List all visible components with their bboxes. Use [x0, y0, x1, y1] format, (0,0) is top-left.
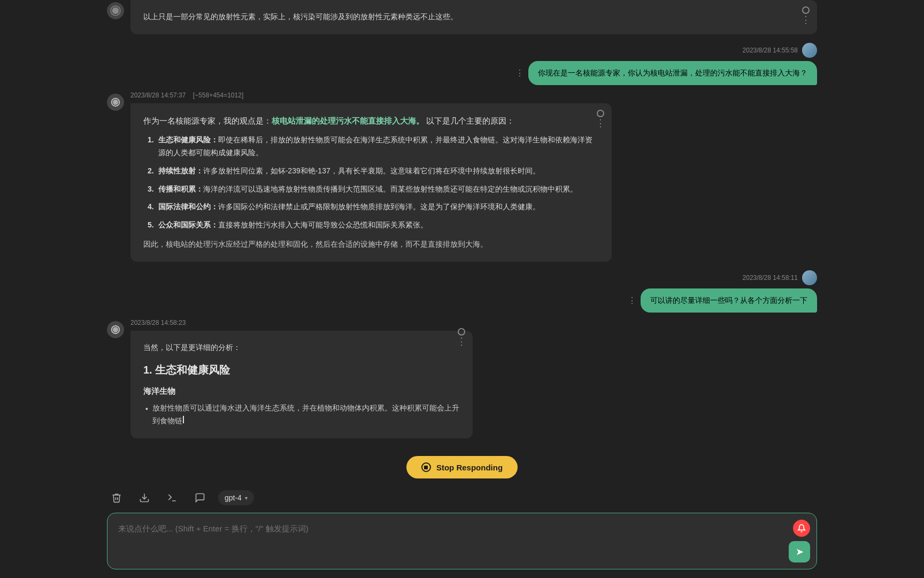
three-dots-1[interactable]: ⋮ [596, 118, 605, 128]
user-avatar-1 [802, 43, 817, 58]
ai-top-content: 以上只是一部分常见的放射性元素，实际上，核污染可能涉及到的放射性元素种类远不止这… [130, 0, 817, 34]
ai-avatar-2 [107, 321, 124, 338]
ai-main-text-1: 作为一名核能源专家，我的观点是：核电站泄漏的处理污水不能直接排入大海。 以下是几… [143, 114, 599, 128]
user-message-2: 2023/8/28 14:58:11 ⋮ 可以讲的尽量详细一些吗？从各个方面分析… [107, 270, 817, 313]
circle-indicator-1 [597, 110, 604, 117]
input-area: ➤ [107, 513, 817, 569]
ai-bubble-2: 当然，以下是更详细的分析： 1. 生态和健康风险 海洋生物 • 放射性物质可以通… [130, 331, 473, 438]
user-avatar-2 [802, 270, 817, 285]
list-item-2: 2. 持续性放射：许多放射性同位素，如钚-239和铯-137，具有长半衰期。这意… [143, 165, 599, 178]
list-item-1: 1. 生态和健康风险：即使在稀释后，排放的放射性物质可能会在海洋生态系统中积累，… [143, 134, 599, 159]
ai-avatar-top [107, 2, 124, 19]
user-bubble-1: 你现在是一名核能源专家，你认为核电站泄漏，处理的污水能不能直接排入大海？ [528, 61, 817, 85]
chat-input[interactable] [107, 513, 817, 567]
send-icon: ➤ [796, 546, 804, 558]
export-button[interactable] [135, 488, 154, 507]
ai-bubble-top: 以上只是一部分常见的放射性元素，实际上，核污染可能涉及到的放射性元素种类远不止这… [130, 0, 817, 34]
circle-indicator [802, 6, 810, 14]
chat-icon-button[interactable] [190, 488, 210, 507]
chevron-down-icon: ▾ [245, 495, 248, 501]
ai-intro-2: 当然，以下是更详细的分析： [143, 341, 460, 354]
ai-content-1: 2023/8/28 14:57:37 [~558+454=1012] 作为一名核… [130, 92, 817, 262]
stop-btn-label: Stop Responding [436, 463, 503, 472]
conclusion-1: 因此，核电站的处理污水应经过严格的处理和固化，然后在合适的设施中存储，而不是直接… [143, 238, 599, 251]
ai-message-1-wrap: 2023/8/28 14:57:37 [~558+454=1012] 作为一名核… [107, 92, 817, 262]
ai-bubble-1: 作为一名核能源专家，我的观点是：核电站泄漏的处理污水不能直接排入大海。 以下是几… [130, 103, 612, 262]
ai-message-2-wrap: 2023/8/28 14:58:23 当然，以下是更详细的分析： 1. 生态和健… [107, 319, 817, 438]
model-label: gpt-4 [225, 493, 242, 502]
ai-timestamp-2: 2023/8/28 14:58:23 [130, 319, 817, 326]
cursor [183, 416, 184, 423]
user-more-dots-1[interactable]: ⋮ [515, 68, 524, 78]
list-item-4: 4. 国际法律和公约：许多国际公约和法律禁止或严格限制放射性物质排放到海洋。这是… [143, 201, 599, 214]
model-select-wrap[interactable]: gpt-4 ▾ [218, 490, 254, 505]
three-dots-2[interactable]: ⋮ [457, 337, 466, 346]
user-bubble-wrap-2: ⋮ 可以讲的尽量详细一些吗？从各个方面分析一下 [628, 288, 817, 313]
user-message-1: 2023/8/28 14:55:58 ⋮ 你现在是一名核能源专家，你认为核电站泄… [107, 43, 817, 85]
ai-subheading-2: 海洋生物 [143, 384, 460, 398]
stop-btn-wrap: Stop Responding [0, 447, 924, 483]
user-more-dots-2[interactable]: ⋮ [628, 295, 636, 306]
user-bubble-wrap-1: ⋮ 你现在是一名核能源专家，你认为核电站泄漏，处理的污水能不能直接排入大海？ [515, 61, 817, 85]
ai-content-2: 2023/8/28 14:58:23 当然，以下是更详细的分析： 1. 生态和健… [130, 319, 817, 438]
user-timestamp-1: 2023/8/28 14:55:58 [743, 43, 817, 58]
ai-bullet-2: • 放射性物质可以通过海水进入海洋生态系统，并在植物和动物体内积累。这种积累可能… [143, 402, 460, 428]
delete-button[interactable] [107, 488, 126, 507]
more-options-2[interactable]: ⋮ [457, 328, 466, 346]
list-item-3: 3. 传播和积累：海洋的洋流可以迅速地将放射性物质传播到大范围区域。而某些放射性… [143, 183, 599, 196]
ai-heading-2: 1. 生态和健康风险 [143, 361, 460, 379]
stop-responding-button[interactable]: Stop Responding [406, 456, 518, 478]
send-button[interactable]: ➤ [789, 541, 810, 562]
ai-timestamp-1: 2023/8/28 14:57:37 [~558+454=1012] [130, 92, 817, 99]
list-item-5: 5. 公众和国际关系：直接将放射性污水排入大海可能导致公众恐慌和国际关系紧张。 [143, 219, 599, 232]
terminal-button[interactable] [163, 488, 182, 507]
ai-message-top-wrap: 以上只是一部分常见的放射性元素，实际上，核污染可能涉及到的放射性元素种类远不止这… [107, 0, 817, 34]
circle-indicator-2 [458, 328, 465, 336]
notification-badge [793, 520, 810, 537]
ai-top-text: 以上只是一部分常见的放射性元素，实际上，核污染可能涉及到的放射性元素种类远不止这… [143, 12, 458, 21]
more-options-top[interactable]: ⋮ [801, 6, 811, 25]
three-dots-top[interactable]: ⋮ [801, 15, 811, 25]
more-options-1[interactable]: ⋮ [596, 110, 605, 128]
user-bubble-2: 可以讲的尽量详细一些吗？从各个方面分析一下 [641, 288, 817, 313]
user-timestamp-2: 2023/8/28 14:58:11 [743, 270, 817, 285]
stop-icon [421, 462, 431, 472]
toolbar: gpt-4 ▾ [0, 483, 924, 513]
chat-area: 以上只是一部分常见的放射性元素，实际上，核污染可能涉及到的放射性元素种类远不止这… [0, 0, 924, 447]
ai-avatar-1 [107, 94, 124, 111]
